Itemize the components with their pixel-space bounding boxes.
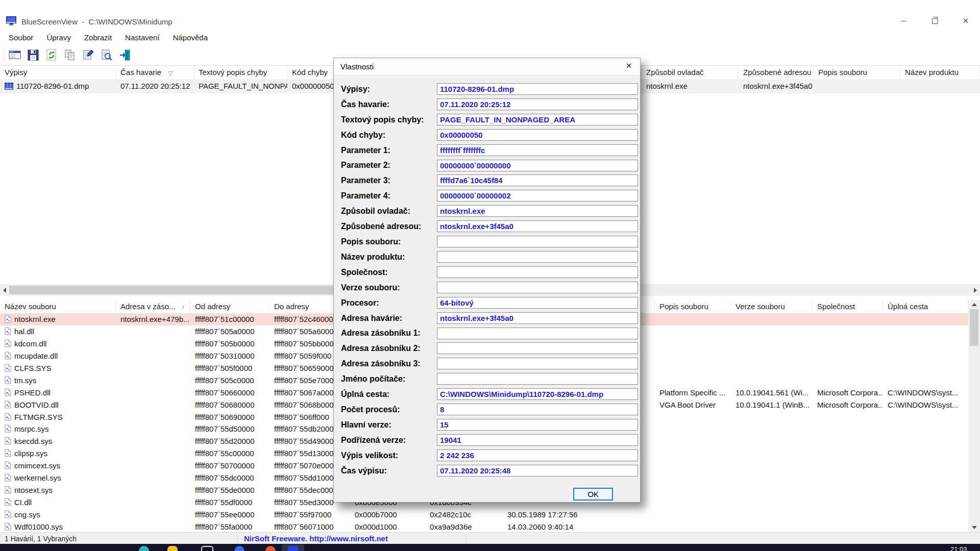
dialog-field-value-as-havarie[interactable]: 07.11.2020 20:25:12 bbox=[437, 98, 638, 110]
dialog-field-row: Procesor:64-bitový bbox=[334, 295, 640, 311]
properties-icon[interactable] bbox=[82, 48, 95, 62]
dialog-field-value-k-d-chyby[interactable]: 0x00000050 bbox=[437, 129, 638, 141]
column-header-textov-popis-chyby[interactable]: Textový popis chyby bbox=[194, 66, 287, 79]
teal-app-icon[interactable] bbox=[139, 546, 149, 551]
file-icon bbox=[5, 424, 11, 434]
dialog-field-value-po-et-proces[interactable]: 8 bbox=[437, 404, 638, 415]
dialog-field-value-v-pisy[interactable]: 110720-8296-01.dmp bbox=[437, 83, 638, 95]
dialog-field-value-procesor[interactable]: 64-bitový bbox=[437, 297, 638, 309]
driver-row[interactable]: cng.sysfffff807`55ee0000fffff807`55f9700… bbox=[0, 509, 968, 521]
dialog-field-value-pod-zen-verze[interactable]: 19041 bbox=[437, 434, 638, 446]
dialog-field-row: Čas havarie:07.11.2020 20:25:12 bbox=[334, 97, 640, 112]
find-icon[interactable] bbox=[100, 48, 113, 62]
vertical-scroll-thumb[interactable] bbox=[970, 309, 978, 346]
column-header-pln-cesta[interactable]: Úplná cesta bbox=[883, 300, 968, 313]
column-header-adresa-v-z-so[interactable]: Adresa v záso.../ bbox=[116, 300, 190, 313]
dialog-field-value-parameter-4[interactable]: 00000000`00000002 bbox=[437, 190, 638, 202]
bluescreenview-app-icon[interactable] bbox=[288, 546, 298, 551]
dialog-field-value-adresa-hav-rie[interactable]: ntoskrnl.exe+3f45a0 bbox=[437, 312, 638, 324]
menu-soubor[interactable]: Soubor bbox=[2, 31, 40, 44]
column-header-verze-souboru[interactable]: Verze souboru bbox=[731, 300, 813, 313]
nirsoft-link[interactable]: NirSoft Freeware. http://www.nirsoft.net bbox=[244, 534, 388, 543]
refresh-icon[interactable] bbox=[45, 48, 58, 62]
vertical-scrollbar[interactable] bbox=[968, 300, 980, 532]
yellow-app-icon[interactable] bbox=[167, 546, 178, 551]
cell bbox=[883, 496, 968, 509]
status-count: 1 Havárií, 1 Vybraných bbox=[5, 535, 77, 543]
cell bbox=[116, 350, 190, 362]
cell bbox=[813, 496, 883, 509]
column-header-n-zev-souboru[interactable]: Název souboru bbox=[0, 300, 116, 313]
cell: 0x000b7000 bbox=[350, 509, 425, 521]
cell: ntoskrnl.exe bbox=[642, 79, 739, 93]
dialog-field-value-adresa-z-sobn-ku-1[interactable] bbox=[437, 328, 638, 339]
exit-icon[interactable] bbox=[118, 48, 132, 62]
minimize-button[interactable] bbox=[892, 13, 915, 29]
dialog-field-value-pln-cesta[interactable]: C:\WINDOWS\Minidump\110720-8296-01.dmp bbox=[437, 388, 638, 400]
dialog-field-value-parameter-1[interactable]: ffffffff`fffffffc bbox=[437, 144, 638, 156]
driver-row[interactable]: Wdf01000.sysfffff807`55fa0000fffff807`56… bbox=[0, 521, 968, 532]
dialog-field-value-adresa-z-sobn-ku-2[interactable] bbox=[437, 342, 638, 354]
menu-n-pov-da[interactable]: Nápověda bbox=[166, 31, 214, 44]
dialog-field-label: Způsobil ovladač: bbox=[334, 207, 410, 216]
column-header-popis-souboru[interactable]: Popis souboru bbox=[814, 66, 900, 79]
dialog-field-value-n-zev-produktu[interactable] bbox=[437, 251, 638, 263]
column-header-zp-soben-adresou[interactable]: Způsobené adresou bbox=[739, 66, 814, 79]
dialog-field-value-adresa-z-sobn-ku-3[interactable] bbox=[437, 358, 638, 369]
menu-zobrazit[interactable]: Zobrazit bbox=[78, 31, 118, 44]
column-header-spole-nost[interactable]: Společnost bbox=[813, 300, 883, 313]
column-header-popis-souboru[interactable]: Popis souboru bbox=[655, 300, 731, 313]
column-header-n-zev-produktu[interactable]: Název produktu bbox=[900, 66, 980, 79]
dialog-field-value-v-pis-velikost[interactable]: 2 242 236 bbox=[437, 449, 638, 461]
dialog-field-value-zp-sobil-ovlada[interactable]: ntoskrnl.exe bbox=[437, 205, 638, 217]
cell bbox=[655, 521, 731, 532]
restore-button[interactable] bbox=[923, 13, 946, 29]
dialog-field-value-as-v-pisu[interactable]: 07.11.2020 20:25:48 bbox=[437, 465, 638, 477]
file-icon bbox=[5, 449, 11, 459]
scroll-left-button[interactable] bbox=[0, 284, 9, 296]
menu-pravy[interactable]: Úpravy bbox=[40, 31, 78, 44]
scroll-up-button[interactable] bbox=[968, 300, 980, 309]
dialog-close-button[interactable]: ✕ bbox=[618, 58, 640, 73]
dialog-field-value-popis-souboru[interactable] bbox=[437, 236, 638, 247]
menu-nastaven[interactable]: Nastavení bbox=[118, 31, 166, 44]
column-header-as-havarie[interactable]: Čas havarie▽ bbox=[116, 66, 194, 79]
blue-app-icon[interactable] bbox=[234, 546, 244, 551]
dialog-field-value-verze-souboru[interactable] bbox=[437, 282, 638, 293]
white-app-icon[interactable] bbox=[201, 546, 213, 551]
ok-button[interactable]: OK bbox=[573, 488, 613, 500]
cell bbox=[655, 447, 731, 460]
dialog-field-value-textov-popis-chyby[interactable]: PAGE_FAULT_IN_NONPAGED_AREA bbox=[437, 114, 638, 126]
dialog-field-value-zp-soben-adresou[interactable]: ntoskrnl.exe+3f45a0 bbox=[437, 220, 638, 232]
dialog-field-row: Výpisy:110720-8296-01.dmp bbox=[334, 82, 640, 97]
scroll-right-icon bbox=[974, 288, 977, 293]
copy-icon[interactable] bbox=[63, 48, 77, 62]
report-icon[interactable] bbox=[8, 48, 21, 62]
cell: ntoskrnl.exe+479b... bbox=[116, 313, 190, 325]
scroll-right-button[interactable] bbox=[971, 284, 980, 296]
dialog-field-value-hlavn-verze[interactable]: 15 bbox=[437, 419, 638, 431]
taskbar-clock[interactable]: 21:03 bbox=[950, 545, 967, 551]
dialog-field-value-parameter-3[interactable]: ffffd7a6`10c45f84 bbox=[437, 174, 638, 186]
dump-icon bbox=[5, 83, 13, 91]
cell bbox=[900, 79, 980, 93]
save-icon[interactable] bbox=[27, 48, 40, 62]
dialog-field-label: Čas havarie: bbox=[334, 100, 389, 109]
cell bbox=[655, 484, 731, 496]
column-header-od-adresy[interactable]: Od adresy bbox=[190, 300, 270, 313]
cell bbox=[883, 411, 968, 423]
dialog-field-value-parameter-2[interactable]: 00000000`00000000 bbox=[437, 160, 638, 171]
scroll-down-button[interactable] bbox=[968, 523, 980, 532]
red-app-icon[interactable] bbox=[265, 546, 276, 551]
dialog-field-label: Výpis velikost: bbox=[334, 451, 398, 460]
minimize-icon bbox=[901, 21, 906, 21]
cell: fffff807`505c0000 bbox=[190, 374, 270, 387]
dialog-title-bar[interactable]: Vlastnosti ✕ bbox=[334, 58, 640, 74]
column-header-v-pisy[interactable]: Výpisy bbox=[0, 66, 116, 79]
column-header-zp-sobil-ovlada[interactable]: Způsobil ovladač bbox=[642, 66, 739, 79]
cell bbox=[655, 460, 731, 472]
close-window-button[interactable]: ✕ bbox=[954, 13, 977, 29]
dialog-field-value-jm-no-po-ta-e[interactable] bbox=[437, 373, 638, 385]
cell bbox=[813, 423, 883, 435]
dialog-field-value-spole-nost[interactable] bbox=[437, 266, 638, 278]
